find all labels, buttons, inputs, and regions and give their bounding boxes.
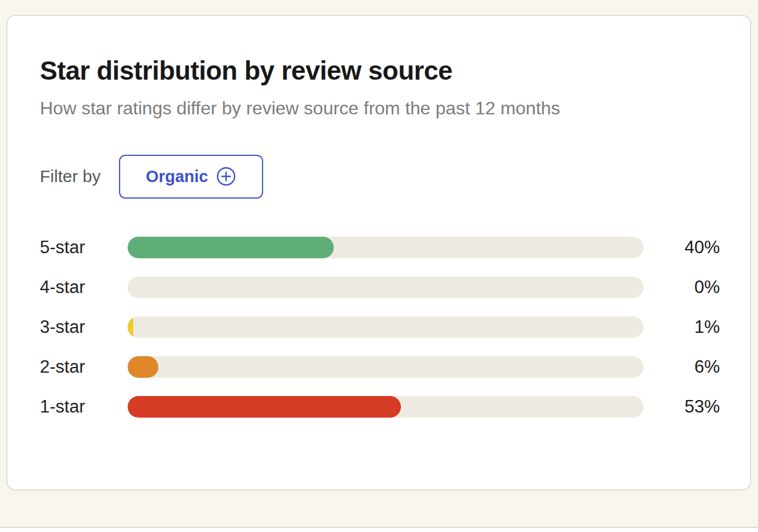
star-distribution-card: Star distribution by review source How s… <box>6 15 751 490</box>
filter-source-button[interactable]: Organic <box>119 155 263 199</box>
bar-fill <box>128 316 133 338</box>
row-label: 4-star <box>40 277 128 298</box>
row-percent: 1% <box>644 317 720 337</box>
bar-row: 3-star1% <box>40 316 720 338</box>
filter-row: Filter by Organic <box>40 155 750 199</box>
bar-track <box>128 277 644 298</box>
page-subtitle: How star ratings differ by review source… <box>40 97 750 121</box>
bar-track <box>128 237 644 258</box>
bar-row: 1-star53% <box>40 396 720 418</box>
bar-fill <box>128 396 401 418</box>
bar-fill <box>128 237 334 258</box>
bar-track <box>128 396 644 418</box>
row-percent: 0% <box>644 277 720 298</box>
row-label: 5-star <box>40 237 128 258</box>
row-label: 2-star <box>40 357 128 377</box>
bar-chart: 5-star40%4-star0%3-star1%2-star6%1-star5… <box>40 237 720 418</box>
row-label: 1-star <box>40 397 128 417</box>
bar-fill <box>128 356 158 378</box>
bar-row: 2-star6% <box>40 356 720 378</box>
bar-track <box>128 316 644 338</box>
footer-divider <box>0 527 758 532</box>
bar-row: 4-star0% <box>40 277 720 298</box>
bar-track <box>128 356 644 378</box>
row-label: 3-star <box>40 317 128 337</box>
row-percent: 53% <box>644 397 720 417</box>
plus-circle-icon <box>216 167 236 186</box>
row-percent: 6% <box>644 357 720 377</box>
filter-button-label: Organic <box>146 167 208 186</box>
filter-by-label: Filter by <box>40 167 101 186</box>
page-title: Star distribution by review source <box>40 55 750 86</box>
bar-row: 5-star40% <box>40 237 720 258</box>
row-percent: 40% <box>644 237 720 258</box>
